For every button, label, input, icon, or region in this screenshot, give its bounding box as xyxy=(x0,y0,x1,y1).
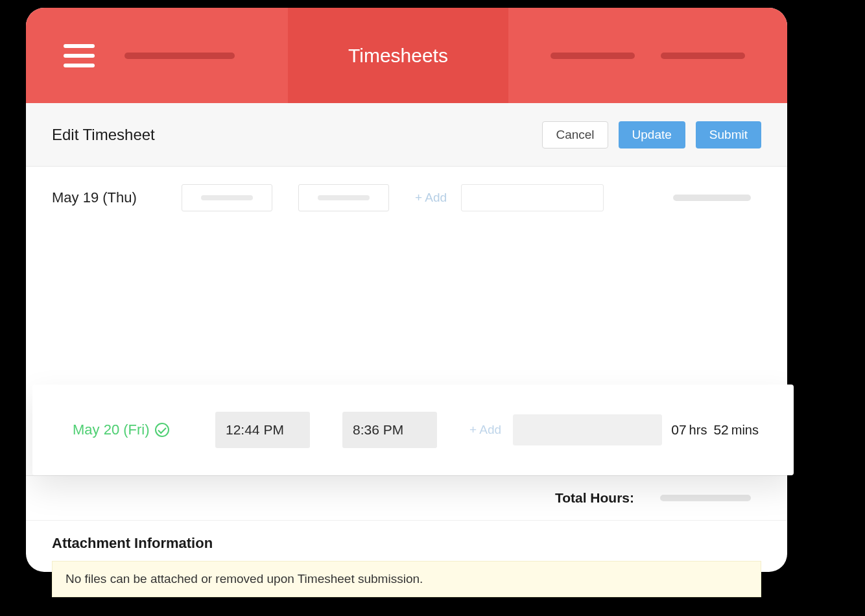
notes-input[interactable] xyxy=(461,184,604,211)
topbar: Timesheets xyxy=(26,8,787,103)
topbar-placeholder xyxy=(661,53,745,59)
total-hours-label: Total Hours: xyxy=(555,490,634,506)
subheader: Edit Timesheet Cancel Update Submit xyxy=(26,103,787,167)
mins-value: 52 xyxy=(713,422,728,437)
topbar-left xyxy=(26,44,288,67)
main-content: May 19 (Thu) + Add May 20 (Fri) 12:44 PM… xyxy=(26,177,787,582)
attachment-notice: No files can be attached or removed upon… xyxy=(52,561,761,597)
add-entry-button[interactable]: + Add xyxy=(415,191,447,205)
mins-unit: mins xyxy=(731,423,759,437)
documents-row: Documents Browse xyxy=(26,597,787,616)
app-window: Timesheets Edit Timesheet Cancel Update … xyxy=(26,8,787,572)
topbar-placeholder xyxy=(124,53,235,59)
hours-value: 07 xyxy=(671,422,686,437)
check-circle-icon xyxy=(155,423,169,437)
start-time-input[interactable] xyxy=(182,184,272,211)
end-time-input[interactable] xyxy=(298,184,389,211)
update-button[interactable]: Update xyxy=(619,121,685,148)
timesheet-row-active: May 20 (Fri) 12:44 PM 8:36 PM + Add 07hr… xyxy=(32,385,794,475)
topbar-placeholder xyxy=(551,53,635,59)
total-hours-row: Total Hours: xyxy=(26,476,787,521)
row-total xyxy=(658,195,787,201)
hours-unit: hrs xyxy=(689,423,707,437)
notes-input[interactable] xyxy=(513,414,662,445)
date-label: May 19 (Thu) xyxy=(52,189,182,206)
attachment-section-title: Attachment Information xyxy=(26,521,787,561)
menu-icon[interactable] xyxy=(64,44,95,67)
action-buttons: Cancel Update Submit xyxy=(542,121,761,148)
total-hours-value-placeholder xyxy=(660,495,751,501)
topbar-right xyxy=(508,53,787,59)
end-time-input[interactable]: 8:36 PM xyxy=(342,412,437,448)
add-entry-button[interactable]: + Add xyxy=(469,423,501,437)
cancel-button[interactable]: Cancel xyxy=(542,121,608,148)
app-title: Timesheets xyxy=(348,45,448,67)
topbar-center-tab[interactable]: Timesheets xyxy=(288,8,508,103)
date-label-text: May 20 (Fri) xyxy=(73,421,150,438)
row-duration: 07hrs 52mins xyxy=(671,422,794,438)
timesheet-row: May 19 (Thu) + Add xyxy=(26,177,787,219)
submit-button[interactable]: Submit xyxy=(696,121,761,148)
date-label-active: May 20 (Fri) xyxy=(73,421,215,438)
page-title: Edit Timesheet xyxy=(52,126,155,144)
start-time-input[interactable]: 12:44 PM xyxy=(215,412,310,448)
